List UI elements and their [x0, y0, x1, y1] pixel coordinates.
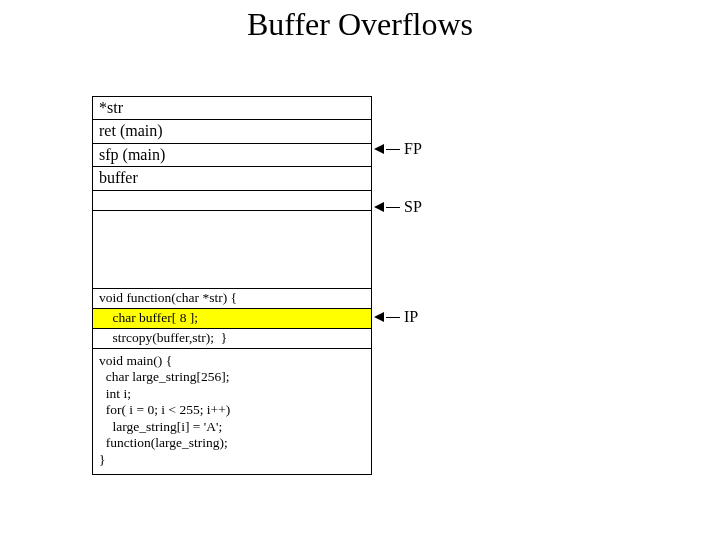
arrow-left-icon	[374, 312, 384, 322]
pointer-sp-label: SP	[404, 198, 422, 216]
code-fn-decl: void function(char *str) {	[93, 289, 371, 309]
arrow-shaft	[386, 149, 400, 150]
arrow-shaft	[386, 317, 400, 318]
stack-cell-ret: ret (main)	[93, 120, 371, 143]
arrow-shaft	[386, 207, 400, 208]
code-strcpy: strcopy(buffer,str); }	[93, 329, 371, 349]
pointer-sp: SP	[374, 198, 422, 216]
arrow-left-icon	[374, 144, 384, 154]
stack-cell-empty	[93, 191, 371, 211]
page-title: Buffer Overflows	[0, 6, 720, 43]
pointer-fp-label: FP	[404, 140, 422, 158]
arrow-left-icon	[374, 202, 384, 212]
stack-cell-sfp: sfp (main)	[93, 144, 371, 167]
pointer-ip: IP	[374, 308, 418, 326]
stack-gap	[93, 211, 371, 289]
code-main-block: void main() { char large_string[256]; in…	[93, 349, 371, 474]
stack-cell-buffer: buffer	[93, 167, 371, 190]
code-buf-decl-highlight: char buffer[ 8 ];	[93, 309, 371, 329]
pointer-ip-label: IP	[404, 308, 418, 326]
stack-diagram: *str ret (main) sfp (main) buffer void f…	[92, 96, 372, 475]
pointer-fp: FP	[374, 140, 422, 158]
stack-cell-arg: *str	[93, 97, 371, 120]
